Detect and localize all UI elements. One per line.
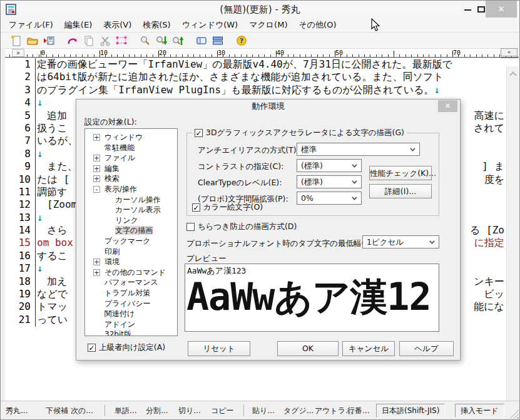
vertical-scrollbar[interactable] bbox=[506, 66, 519, 401]
tree-expand-icon[interactable]: + bbox=[93, 175, 100, 182]
status-item[interactable]: タグジ... bbox=[283, 401, 314, 420]
status-item[interactable]: コピー bbox=[211, 401, 234, 420]
tree-expand-icon[interactable]: + bbox=[93, 155, 100, 161]
tree-item-label[interactable]: トラブル対策 bbox=[105, 289, 150, 297]
tree-item-label[interactable]: ウィンドウ bbox=[105, 133, 143, 141]
tree-item[interactable]: +ファイル bbox=[85, 153, 177, 163]
flicker-prevention-checkbox[interactable]: ちらつき防止の描画方式(D) bbox=[186, 222, 297, 232]
status-item[interactable] bbox=[243, 405, 244, 416]
tree-item-label[interactable]: プライバシー bbox=[105, 299, 150, 308]
performance-check-button[interactable]: 性能チェック(K)... bbox=[369, 166, 432, 180]
tree-item[interactable]: +その他のコマンド bbox=[85, 267, 177, 278]
tree-item-label[interactable]: カーソル表示 bbox=[115, 205, 161, 214]
status-item[interactable]: 切り... bbox=[178, 401, 201, 420]
toolbar-overflow-right-icon[interactable]: « bbox=[501, 48, 517, 56]
tree-item[interactable]: リンク bbox=[85, 215, 177, 226]
status-item[interactable]: 分割... bbox=[146, 401, 168, 420]
tree-item[interactable]: +検索 bbox=[85, 173, 177, 184]
color-emoji-checkbox[interactable]: ✓ カラー絵文字(O) bbox=[192, 202, 263, 213]
copy-icon[interactable] bbox=[81, 34, 97, 48]
maximize-icon[interactable] bbox=[477, 6, 485, 13]
find-prev-icon[interactable] bbox=[170, 34, 186, 48]
tree-item[interactable]: アドイン bbox=[85, 319, 177, 330]
tree-item-label[interactable]: 表示/操作 bbox=[105, 185, 137, 193]
tree-item[interactable]: 常駐機能 bbox=[85, 143, 177, 153]
tree-item-label[interactable]: 検索 bbox=[105, 174, 120, 183]
tree-item[interactable]: 関連付け bbox=[85, 309, 177, 319]
checkbox-icon[interactable]: ✓ bbox=[88, 344, 96, 352]
menu-item[interactable]: マクロ(M) bbox=[243, 19, 293, 31]
tree-item-label[interactable]: リンク bbox=[115, 216, 138, 225]
status-item[interactable]: 秀丸... bbox=[6, 401, 28, 420]
box-selection-icon[interactable] bbox=[113, 34, 130, 48]
status-item[interactable]: 行番... bbox=[347, 401, 369, 420]
menu-item[interactable]: その他(O) bbox=[293, 19, 342, 31]
tree-item-label[interactable]: 環境 bbox=[105, 257, 120, 266]
cleartype-select[interactable]: (標準) bbox=[297, 175, 362, 188]
tree-item-label[interactable]: カーソル操作 bbox=[115, 195, 161, 204]
toolbar-overflow-left-icon[interactable]: » bbox=[12, 49, 24, 57]
menu-item[interactable]: 表示(V) bbox=[98, 19, 137, 31]
tree-item-label[interactable]: アドイン bbox=[105, 320, 135, 329]
tree-item[interactable]: プライバシー bbox=[85, 299, 177, 309]
status-item[interactable]: 次の... bbox=[71, 401, 93, 420]
tree-expand-icon[interactable]: - bbox=[93, 186, 100, 193]
advanced-settings-checkbox[interactable]: ✓ 上級者向け設定(A) bbox=[88, 342, 165, 353]
checkbox-icon[interactable]: ✓ bbox=[192, 203, 200, 212]
status-item[interactable]: 単語... bbox=[115, 401, 136, 420]
tab-width-select[interactable]: 1ピクセル bbox=[362, 235, 439, 248]
minimize-icon[interactable] bbox=[464, 9, 471, 11]
tree-expand-icon[interactable]: + bbox=[93, 259, 100, 265]
tree-item[interactable]: +環境 bbox=[85, 257, 177, 267]
tree-expand-icon[interactable]: + bbox=[93, 269, 100, 276]
tree-item[interactable]: カーソル表示 bbox=[85, 205, 177, 215]
tree-item-label[interactable]: パフォーマンス bbox=[105, 278, 158, 287]
checkbox-icon[interactable]: ✓ bbox=[195, 129, 203, 137]
scroll-up-icon[interactable] bbox=[509, 71, 516, 78]
tree-item[interactable]: カーソル操作 bbox=[85, 195, 177, 205]
settings-tree[interactable]: +ウィンドウ常駐機能+ファイル+編集+検索-表示/操作カーソル操作カーソル表示リ… bbox=[84, 128, 178, 336]
find-next-icon[interactable] bbox=[153, 34, 170, 48]
find-icon[interactable] bbox=[137, 34, 153, 48]
detail-button[interactable]: 詳細(I)... bbox=[369, 184, 432, 198]
tree-item-label[interactable]: その他のコマンド bbox=[105, 268, 166, 277]
menu-item[interactable]: ウィンドウ(W) bbox=[176, 19, 244, 31]
char-spacing-select[interactable]: 0% bbox=[297, 192, 362, 205]
status-item[interactable] bbox=[105, 405, 105, 416]
tree-item-label[interactable]: 32bit版 bbox=[105, 330, 131, 336]
tree-item-label[interactable]: ブックマーク bbox=[105, 237, 150, 245]
tree-item[interactable]: -表示/操作 bbox=[85, 184, 177, 195]
ok-button[interactable]: OK bbox=[277, 341, 339, 356]
cut-icon[interactable] bbox=[97, 34, 113, 48]
tree-item[interactable]: +ウィンドウ bbox=[85, 132, 177, 143]
tree-item[interactable]: ブックマーク bbox=[85, 236, 177, 247]
tree-item-label[interactable]: 編集 bbox=[105, 164, 120, 173]
cancel-button[interactable]: キャンセル bbox=[342, 341, 395, 356]
window-icon[interactable] bbox=[193, 34, 210, 48]
tree-item[interactable]: 32bit版 bbox=[85, 329, 177, 336]
split-window-icon[interactable] bbox=[210, 34, 226, 48]
tree-expand-icon[interactable]: + bbox=[93, 134, 100, 141]
tree-item-label[interactable]: 印刷 bbox=[105, 247, 120, 256]
insert-mode-indicator[interactable]: 挿入モード bbox=[455, 404, 504, 417]
save-icon[interactable] bbox=[41, 34, 57, 48]
tree-item-label[interactable]: 常駐機能 bbox=[105, 143, 135, 152]
tree-item[interactable]: 文字の描画 bbox=[85, 225, 177, 236]
tree-item[interactable]: トラブル対策 bbox=[85, 288, 177, 299]
menu-item[interactable]: 編集(E) bbox=[59, 19, 98, 31]
tree-item[interactable]: +編集 bbox=[85, 163, 177, 174]
tree-item-label[interactable]: 文字の描画 bbox=[115, 226, 153, 235]
tree-item[interactable]: 印刷 bbox=[85, 247, 177, 257]
undo-icon[interactable] bbox=[64, 34, 81, 48]
help-icon[interactable]: ? bbox=[233, 34, 250, 48]
menu-item[interactable]: ファイル(F) bbox=[3, 19, 59, 31]
open-folder-icon[interactable] bbox=[24, 34, 41, 48]
tree-expand-icon[interactable]: + bbox=[93, 165, 100, 172]
contrast-select[interactable]: (標準) bbox=[297, 159, 362, 172]
3d-graphics-checkbox[interactable]: ✓ 3Dグラフィックスアクセラレータによる文字の描画(G) bbox=[192, 128, 407, 138]
tree-item-label[interactable]: ファイル bbox=[105, 153, 135, 162]
tree-item-label[interactable]: 関連付け bbox=[105, 309, 135, 318]
new-file-icon[interactable] bbox=[8, 34, 24, 48]
checkbox-icon[interactable] bbox=[186, 223, 195, 231]
reset-button[interactable]: リセット bbox=[188, 341, 250, 356]
